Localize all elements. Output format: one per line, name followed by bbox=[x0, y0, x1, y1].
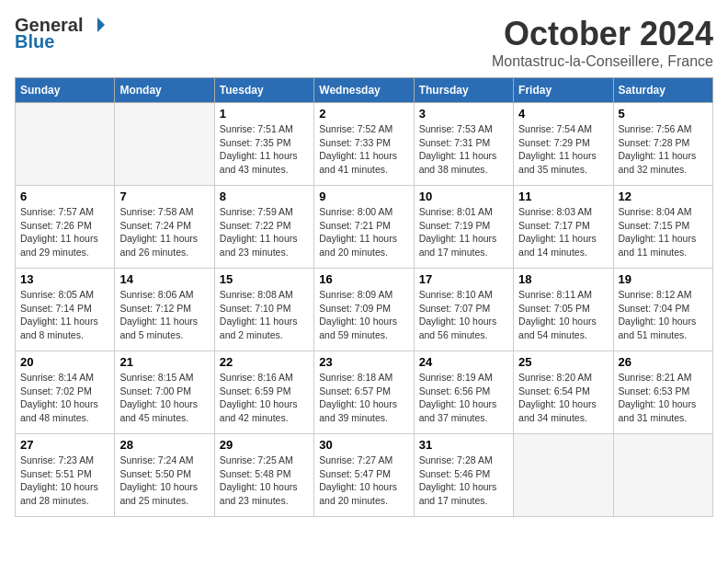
day-number: 31 bbox=[419, 438, 508, 452]
day-header-monday: Monday bbox=[115, 78, 214, 103]
calendar-cell bbox=[514, 434, 613, 517]
day-info: Sunrise: 7:28 AM Sunset: 5:46 PM Dayligh… bbox=[419, 454, 508, 508]
calendar-cell bbox=[613, 434, 712, 517]
day-number: 28 bbox=[119, 438, 209, 452]
day-info: Sunrise: 7:57 AM Sunset: 7:26 PM Dayligh… bbox=[20, 205, 109, 259]
calendar-cell: 16Sunrise: 8:09 AM Sunset: 7:09 PM Dayli… bbox=[314, 269, 414, 351]
day-number: 21 bbox=[119, 355, 209, 369]
day-number: 1 bbox=[220, 107, 309, 121]
calendar-cell bbox=[16, 103, 115, 186]
day-number: 11 bbox=[518, 190, 608, 203]
calendar-cell: 20Sunrise: 8:14 AM Sunset: 7:02 PM Dayli… bbox=[16, 351, 115, 434]
day-info: Sunrise: 7:56 AM Sunset: 7:28 PM Dayligh… bbox=[619, 122, 708, 177]
day-info: Sunrise: 8:01 AM Sunset: 7:19 PM Dayligh… bbox=[419, 205, 508, 259]
day-info: Sunrise: 8:08 AM Sunset: 7:10 PM Dayligh… bbox=[220, 288, 309, 342]
calendar-cell: 24Sunrise: 8:19 AM Sunset: 6:56 PM Dayli… bbox=[414, 351, 513, 434]
day-number: 20 bbox=[20, 355, 109, 369]
calendar-cell: 28Sunrise: 7:24 AM Sunset: 5:50 PM Dayli… bbox=[115, 434, 214, 517]
day-info: Sunrise: 8:06 AM Sunset: 7:12 PM Dayligh… bbox=[119, 288, 209, 342]
day-number: 9 bbox=[319, 190, 408, 203]
calendar-cell: 12Sunrise: 8:04 AM Sunset: 7:15 PM Dayli… bbox=[613, 186, 712, 269]
day-number: 26 bbox=[619, 355, 708, 369]
calendar-cell: 7Sunrise: 7:58 AM Sunset: 7:24 PM Daylig… bbox=[115, 186, 214, 269]
day-info: Sunrise: 7:27 AM Sunset: 5:47 PM Dayligh… bbox=[319, 454, 408, 508]
day-number: 25 bbox=[518, 355, 608, 369]
day-info: Sunrise: 8:05 AM Sunset: 7:14 PM Dayligh… bbox=[20, 288, 109, 342]
day-header-friday: Friday bbox=[514, 78, 613, 103]
day-info: Sunrise: 7:24 AM Sunset: 5:50 PM Dayligh… bbox=[119, 454, 209, 508]
calendar-cell: 9Sunrise: 8:00 AM Sunset: 7:21 PM Daylig… bbox=[314, 186, 414, 269]
day-number: 17 bbox=[419, 272, 508, 286]
day-info: Sunrise: 8:14 AM Sunset: 7:02 PM Dayligh… bbox=[20, 371, 109, 425]
day-number: 7 bbox=[119, 190, 209, 203]
month-title: October 2024 bbox=[492, 15, 713, 53]
calendar-cell: 11Sunrise: 8:03 AM Sunset: 7:17 PM Dayli… bbox=[514, 186, 613, 269]
day-number: 16 bbox=[319, 272, 408, 286]
calendar-cell: 15Sunrise: 8:08 AM Sunset: 7:10 PM Dayli… bbox=[214, 269, 313, 351]
day-info: Sunrise: 8:09 AM Sunset: 7:09 PM Dayligh… bbox=[319, 288, 408, 342]
title-area: October 2024 Montastruc-la-Conseillere, … bbox=[492, 15, 713, 70]
calendar-cell: 30Sunrise: 7:27 AM Sunset: 5:47 PM Dayli… bbox=[314, 434, 414, 517]
day-number: 2 bbox=[319, 107, 408, 121]
calendar-cell: 14Sunrise: 8:06 AM Sunset: 7:12 PM Dayli… bbox=[115, 269, 214, 351]
calendar-table: SundayMondayTuesdayWednesdayThursdayFrid… bbox=[15, 77, 713, 517]
week-row-3: 13Sunrise: 8:05 AM Sunset: 7:14 PM Dayli… bbox=[16, 269, 713, 351]
calendar-cell: 4Sunrise: 7:54 AM Sunset: 7:29 PM Daylig… bbox=[514, 103, 613, 186]
week-row-4: 20Sunrise: 8:14 AM Sunset: 7:02 PM Dayli… bbox=[16, 351, 713, 434]
calendar-cell: 10Sunrise: 8:01 AM Sunset: 7:19 PM Dayli… bbox=[414, 186, 513, 269]
day-header-saturday: Saturday bbox=[613, 78, 712, 103]
day-info: Sunrise: 8:00 AM Sunset: 7:21 PM Dayligh… bbox=[319, 205, 408, 259]
day-info: Sunrise: 7:51 AM Sunset: 7:35 PM Dayligh… bbox=[220, 122, 309, 177]
calendar-cell bbox=[115, 103, 214, 186]
day-info: Sunrise: 7:52 AM Sunset: 7:33 PM Dayligh… bbox=[319, 122, 408, 177]
day-info: Sunrise: 8:18 AM Sunset: 6:57 PM Dayligh… bbox=[319, 371, 408, 425]
week-row-1: 1Sunrise: 7:51 AM Sunset: 7:35 PM Daylig… bbox=[16, 103, 713, 186]
location-subtitle: Montastruc-la-Conseillere, France bbox=[492, 53, 713, 70]
calendar-cell: 22Sunrise: 8:16 AM Sunset: 6:59 PM Dayli… bbox=[214, 351, 313, 434]
day-info: Sunrise: 8:10 AM Sunset: 7:07 PM Dayligh… bbox=[419, 288, 508, 342]
calendar-cell: 5Sunrise: 7:56 AM Sunset: 7:28 PM Daylig… bbox=[613, 103, 712, 186]
day-info: Sunrise: 8:12 AM Sunset: 7:04 PM Dayligh… bbox=[619, 288, 708, 342]
calendar-cell: 25Sunrise: 8:20 AM Sunset: 6:54 PM Dayli… bbox=[514, 351, 613, 434]
day-info: Sunrise: 7:23 AM Sunset: 5:51 PM Dayligh… bbox=[20, 454, 109, 508]
calendar-cell: 13Sunrise: 8:05 AM Sunset: 7:14 PM Dayli… bbox=[16, 269, 115, 351]
day-header-wednesday: Wednesday bbox=[314, 78, 414, 103]
day-info: Sunrise: 7:25 AM Sunset: 5:48 PM Dayligh… bbox=[220, 454, 309, 508]
day-number: 5 bbox=[619, 107, 708, 121]
day-info: Sunrise: 8:11 AM Sunset: 7:05 PM Dayligh… bbox=[518, 288, 608, 342]
calendar-cell: 3Sunrise: 7:53 AM Sunset: 7:31 PM Daylig… bbox=[414, 103, 513, 186]
day-info: Sunrise: 7:54 AM Sunset: 7:29 PM Dayligh… bbox=[518, 122, 608, 177]
calendar-cell: 18Sunrise: 8:11 AM Sunset: 7:05 PM Dayli… bbox=[514, 269, 613, 351]
day-number: 23 bbox=[319, 355, 408, 369]
week-row-2: 6Sunrise: 7:57 AM Sunset: 7:26 PM Daylig… bbox=[16, 186, 713, 269]
day-number: 8 bbox=[220, 190, 309, 203]
day-info: Sunrise: 8:20 AM Sunset: 6:54 PM Dayligh… bbox=[518, 371, 608, 425]
day-info: Sunrise: 7:53 AM Sunset: 7:31 PM Dayligh… bbox=[419, 122, 508, 177]
calendar-cell: 21Sunrise: 8:15 AM Sunset: 7:00 PM Dayli… bbox=[115, 351, 214, 434]
day-number: 30 bbox=[319, 438, 408, 452]
day-info: Sunrise: 8:15 AM Sunset: 7:00 PM Dayligh… bbox=[119, 371, 209, 425]
calendar-cell: 2Sunrise: 7:52 AM Sunset: 7:33 PM Daylig… bbox=[314, 103, 414, 186]
day-number: 4 bbox=[518, 107, 608, 121]
day-number: 19 bbox=[619, 272, 708, 286]
day-number: 13 bbox=[20, 272, 109, 286]
calendar-cell: 29Sunrise: 7:25 AM Sunset: 5:48 PM Dayli… bbox=[214, 434, 313, 517]
day-number: 6 bbox=[20, 190, 109, 203]
calendar-cell: 23Sunrise: 8:18 AM Sunset: 6:57 PM Dayli… bbox=[314, 351, 414, 434]
day-info: Sunrise: 8:21 AM Sunset: 6:53 PM Dayligh… bbox=[619, 371, 708, 425]
calendar-cell: 6Sunrise: 7:57 AM Sunset: 7:26 PM Daylig… bbox=[16, 186, 115, 269]
calendar-cell: 27Sunrise: 7:23 AM Sunset: 5:51 PM Dayli… bbox=[16, 434, 115, 517]
calendar-cell: 17Sunrise: 8:10 AM Sunset: 7:07 PM Dayli… bbox=[414, 269, 513, 351]
calendar-cell: 26Sunrise: 8:21 AM Sunset: 6:53 PM Dayli… bbox=[613, 351, 712, 434]
day-number: 14 bbox=[119, 272, 209, 286]
calendar-cell: 19Sunrise: 8:12 AM Sunset: 7:04 PM Dayli… bbox=[613, 269, 712, 351]
day-info: Sunrise: 8:19 AM Sunset: 6:56 PM Dayligh… bbox=[419, 371, 508, 425]
day-info: Sunrise: 7:58 AM Sunset: 7:24 PM Dayligh… bbox=[119, 205, 209, 259]
day-number: 15 bbox=[220, 272, 309, 286]
calendar-cell: 31Sunrise: 7:28 AM Sunset: 5:46 PM Dayli… bbox=[414, 434, 513, 517]
calendar-cell: 1Sunrise: 7:51 AM Sunset: 7:35 PM Daylig… bbox=[214, 103, 313, 186]
day-number: 24 bbox=[419, 355, 508, 369]
day-number: 27 bbox=[20, 438, 109, 452]
day-number: 12 bbox=[619, 190, 708, 203]
svg-marker-0 bbox=[97, 17, 105, 32]
